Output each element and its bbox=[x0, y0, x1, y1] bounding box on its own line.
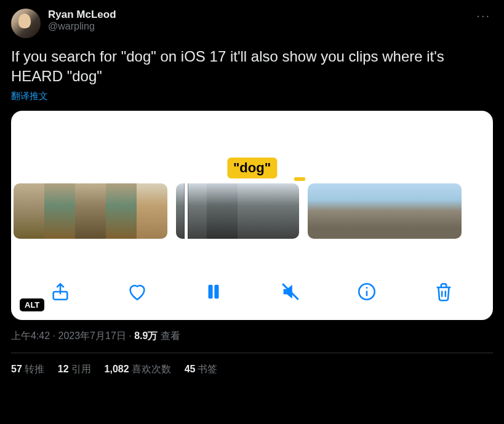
mute-icon[interactable] bbox=[278, 279, 303, 304]
video-frame bbox=[75, 183, 106, 239]
heart-icon[interactable] bbox=[125, 279, 150, 304]
video-frame bbox=[268, 183, 299, 239]
caption-marker bbox=[294, 177, 305, 181]
video-frame bbox=[338, 183, 369, 239]
tweet-text: If you search for "dog" on iOS 17 it'll … bbox=[11, 47, 493, 87]
video-frame bbox=[14, 183, 44, 239]
video-frame bbox=[106, 183, 137, 239]
tweet-meta: 上午4:42 · 2023年7月17日 · 8.9万 查看 bbox=[11, 330, 493, 343]
views-label: 查看 bbox=[158, 330, 180, 341]
clip-group[interactable] bbox=[14, 183, 167, 239]
alt-badge[interactable]: ALT bbox=[20, 298, 44, 311]
tweet-date[interactable]: 2023年7月17日 bbox=[58, 330, 126, 341]
share-icon[interactable] bbox=[48, 279, 73, 304]
pause-icon[interactable] bbox=[201, 279, 226, 304]
translate-link[interactable]: 翻译推文 bbox=[11, 90, 48, 102]
stat-retweets[interactable]: 57转推 bbox=[11, 363, 44, 376]
video-frame bbox=[44, 183, 75, 239]
svg-point-6 bbox=[366, 287, 368, 289]
views-count: 8.9万 bbox=[134, 330, 158, 341]
video-frame bbox=[176, 183, 207, 239]
user-names[interactable]: Ryan McLeod @warpling bbox=[48, 9, 466, 32]
video-frame bbox=[207, 183, 238, 239]
media-toolbar bbox=[11, 279, 493, 304]
trash-icon[interactable] bbox=[431, 279, 456, 304]
caption-bubble: "dog" bbox=[227, 158, 277, 178]
svg-rect-2 bbox=[215, 284, 219, 298]
video-frame bbox=[431, 183, 462, 239]
clip-group[interactable] bbox=[176, 183, 299, 239]
stat-likes[interactable]: 1,082喜欢次数 bbox=[105, 363, 171, 376]
video-frame bbox=[400, 183, 431, 239]
avatar[interactable] bbox=[11, 9, 41, 38]
playhead[interactable] bbox=[185, 183, 188, 239]
video-frame bbox=[238, 183, 268, 239]
stat-bookmarks[interactable]: 45书签 bbox=[185, 363, 218, 376]
stat-quotes[interactable]: 12引用 bbox=[58, 363, 91, 376]
tweet-time[interactable]: 上午4:42 bbox=[11, 330, 50, 341]
media-attachment[interactable]: "dog" bbox=[11, 111, 493, 320]
display-name: Ryan McLeod bbox=[48, 9, 466, 21]
svg-rect-1 bbox=[209, 284, 213, 298]
video-frame bbox=[369, 183, 400, 239]
video-frame bbox=[137, 183, 167, 239]
info-icon[interactable] bbox=[354, 279, 379, 304]
video-frame bbox=[308, 183, 338, 239]
tweet-stats: 57转推 12引用 1,082喜欢次数 45书签 bbox=[11, 353, 493, 376]
video-timeline[interactable] bbox=[11, 183, 493, 239]
user-handle: @warpling bbox=[48, 21, 466, 32]
tweet-header: Ryan McLeod @warpling ··· bbox=[11, 9, 493, 38]
clip-group[interactable] bbox=[308, 183, 462, 239]
more-icon[interactable]: ··· bbox=[474, 9, 493, 23]
tweet-container: Ryan McLeod @warpling ··· If you search … bbox=[0, 0, 504, 376]
